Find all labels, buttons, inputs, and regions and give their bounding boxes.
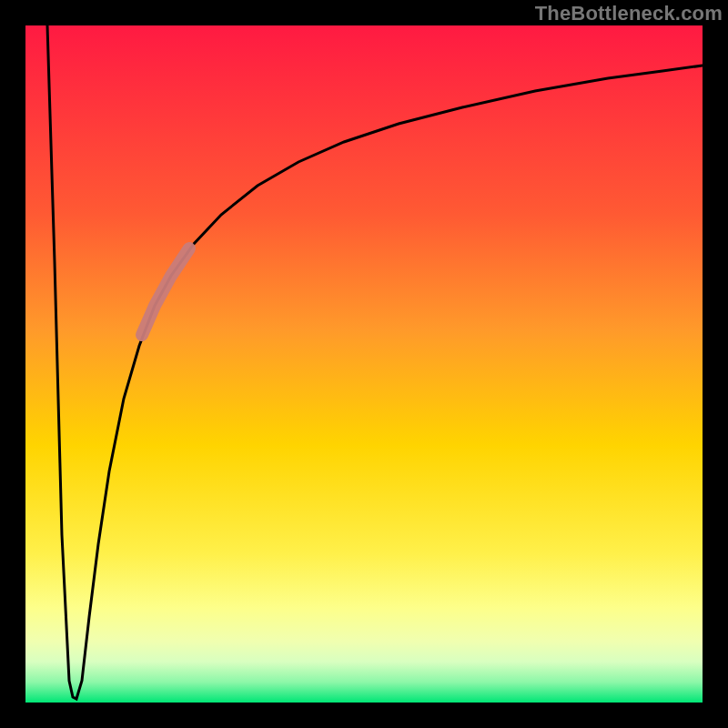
curve-layer bbox=[25, 25, 703, 703]
chart-frame: TheBottleneck.com bbox=[0, 0, 728, 728]
plot-area bbox=[25, 25, 703, 703]
watermark-text: TheBottleneck.com bbox=[535, 2, 723, 25]
highlight-segment bbox=[142, 248, 189, 335]
bottleneck-curve bbox=[47, 25, 703, 699]
